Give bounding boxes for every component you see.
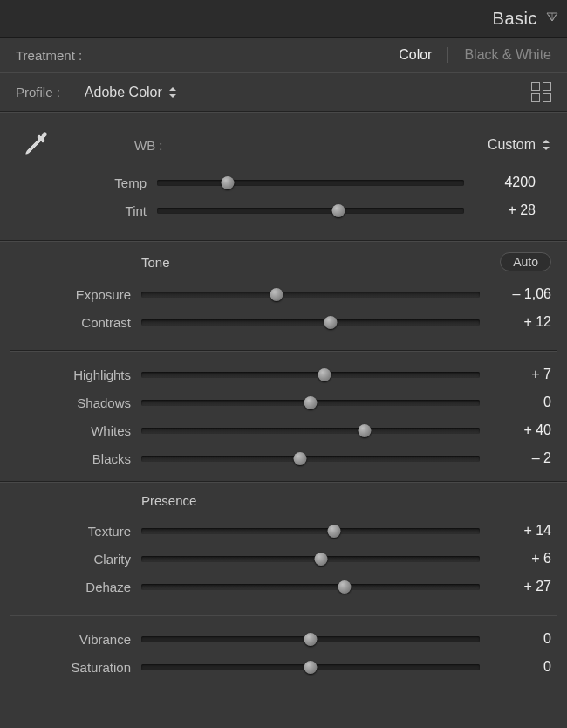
shadows-slider-row: Shadows 0 bbox=[16, 388, 551, 416]
profile-row: Profile : Adobe Color bbox=[0, 73, 567, 111]
wb-value: Custom bbox=[488, 137, 536, 153]
shadows-label: Shadows bbox=[16, 395, 141, 410]
temp-slider-row: Temp 4200 bbox=[31, 168, 536, 196]
exposure-slider[interactable] bbox=[141, 292, 480, 298]
blacks-slider-row: Blacks – 2 bbox=[16, 444, 551, 472]
saturation-slider-row: Saturation 0 bbox=[16, 653, 551, 681]
temp-thumb[interactable] bbox=[221, 176, 234, 189]
whites-slider[interactable] bbox=[141, 428, 480, 434]
texture-slider[interactable] bbox=[141, 528, 480, 534]
vibrance-label: Vibrance bbox=[16, 632, 141, 647]
texture-thumb[interactable] bbox=[328, 525, 341, 538]
treatment-label: Treatment : bbox=[16, 48, 82, 63]
wb-dropdown[interactable]: Custom bbox=[488, 137, 550, 153]
tone-divider bbox=[10, 350, 557, 352]
clarity-slider[interactable] bbox=[141, 556, 480, 562]
basic-panel: Basic Treatment : Color Black & White Pr… bbox=[0, 0, 567, 728]
temp-label: Temp bbox=[31, 175, 157, 190]
updown-icon bbox=[169, 87, 176, 98]
treatment-color[interactable]: Color bbox=[399, 47, 432, 63]
vibrance-value[interactable]: 0 bbox=[480, 631, 551, 647]
updown-icon bbox=[543, 140, 550, 150]
dehaze-slider-row: Dehaze + 27 bbox=[16, 573, 551, 601]
vibrance-thumb[interactable] bbox=[304, 633, 318, 646]
treatment-bw[interactable]: Black & White bbox=[464, 47, 551, 63]
profile-value: Adobe Color bbox=[85, 85, 162, 100]
dehaze-thumb[interactable] bbox=[338, 580, 351, 594]
presence-label: Presence bbox=[141, 493, 196, 508]
presence-header: Presence bbox=[0, 483, 567, 513]
exposure-slider-row: Exposure – 1,06 bbox=[16, 280, 551, 308]
shadows-thumb[interactable] bbox=[304, 396, 318, 409]
texture-slider-row: Texture + 14 bbox=[16, 517, 551, 545]
tint-slider-row: Tint + 28 bbox=[31, 196, 536, 224]
saturation-slider[interactable] bbox=[141, 664, 480, 670]
treatment-divider bbox=[447, 47, 448, 63]
exposure-thumb[interactable] bbox=[270, 288, 284, 301]
contrast-thumb[interactable] bbox=[324, 316, 338, 329]
panel-titlebar: Basic bbox=[0, 0, 567, 38]
contrast-label: Contrast bbox=[16, 315, 141, 330]
texture-value[interactable]: + 14 bbox=[480, 523, 551, 539]
tone-header: Tone Auto bbox=[0, 242, 567, 277]
wb-label: WB : bbox=[134, 138, 163, 153]
whites-value[interactable]: + 40 bbox=[480, 422, 551, 438]
treatment-row: Treatment : Color Black & White bbox=[0, 38, 567, 72]
shadows-value[interactable]: 0 bbox=[480, 395, 551, 410]
profile-dropdown[interactable]: Adobe Color bbox=[85, 85, 176, 100]
dehaze-slider[interactable] bbox=[141, 584, 480, 590]
dehaze-label: Dehaze bbox=[16, 580, 141, 594]
panel-title: Basic bbox=[493, 9, 537, 29]
presence-divider bbox=[10, 615, 557, 616]
vibrance-slider-row: Vibrance 0 bbox=[16, 625, 551, 653]
whites-label: Whites bbox=[16, 423, 141, 438]
tone-label: Tone bbox=[141, 255, 170, 270]
texture-label: Texture bbox=[16, 524, 141, 539]
contrast-slider-row: Contrast + 12 bbox=[16, 308, 551, 336]
exposure-label: Exposure bbox=[16, 287, 141, 302]
highlights-slider-row: Highlights + 7 bbox=[16, 361, 551, 388]
highlights-slider[interactable] bbox=[141, 372, 480, 378]
vibrance-slider[interactable] bbox=[141, 636, 480, 642]
saturation-label: Saturation bbox=[16, 660, 141, 675]
exposure-value[interactable]: – 1,06 bbox=[480, 286, 551, 302]
tint-value[interactable]: + 28 bbox=[464, 203, 536, 218]
clarity-value[interactable]: + 6 bbox=[480, 551, 551, 567]
contrast-value[interactable]: + 12 bbox=[480, 314, 551, 330]
shadows-slider[interactable] bbox=[141, 400, 480, 406]
whites-slider-row: Whites + 40 bbox=[16, 416, 551, 444]
profile-browser-icon[interactable] bbox=[531, 82, 551, 102]
clarity-thumb[interactable] bbox=[314, 553, 327, 566]
blacks-value[interactable]: – 2 bbox=[480, 450, 551, 466]
saturation-thumb[interactable] bbox=[304, 661, 318, 674]
wb-block: WB : Custom Temp 4200 Tint bbox=[0, 113, 567, 240]
blacks-thumb[interactable] bbox=[294, 452, 307, 465]
tint-thumb[interactable] bbox=[331, 204, 345, 217]
dehaze-value[interactable]: + 27 bbox=[480, 579, 551, 594]
clarity-label: Clarity bbox=[16, 552, 141, 567]
highlights-value[interactable]: + 7 bbox=[480, 367, 551, 382]
auto-button[interactable]: Auto bbox=[500, 252, 551, 271]
blacks-slider[interactable] bbox=[141, 456, 480, 462]
temp-value[interactable]: 4200 bbox=[464, 175, 536, 190]
whites-thumb[interactable] bbox=[359, 424, 372, 437]
eyedropper-icon[interactable] bbox=[16, 125, 56, 165]
tint-label: Tint bbox=[31, 203, 157, 218]
highlights-label: Highlights bbox=[16, 367, 141, 382]
profile-label: Profile : bbox=[16, 85, 60, 100]
clarity-slider-row: Clarity + 6 bbox=[16, 545, 551, 573]
temp-slider[interactable] bbox=[157, 180, 464, 186]
blacks-label: Blacks bbox=[16, 451, 141, 466]
panel-toggle-icon[interactable] bbox=[546, 10, 558, 26]
tint-slider[interactable] bbox=[157, 208, 464, 214]
saturation-value[interactable]: 0 bbox=[480, 659, 551, 675]
contrast-slider[interactable] bbox=[141, 319, 480, 326]
highlights-thumb[interactable] bbox=[318, 368, 331, 381]
